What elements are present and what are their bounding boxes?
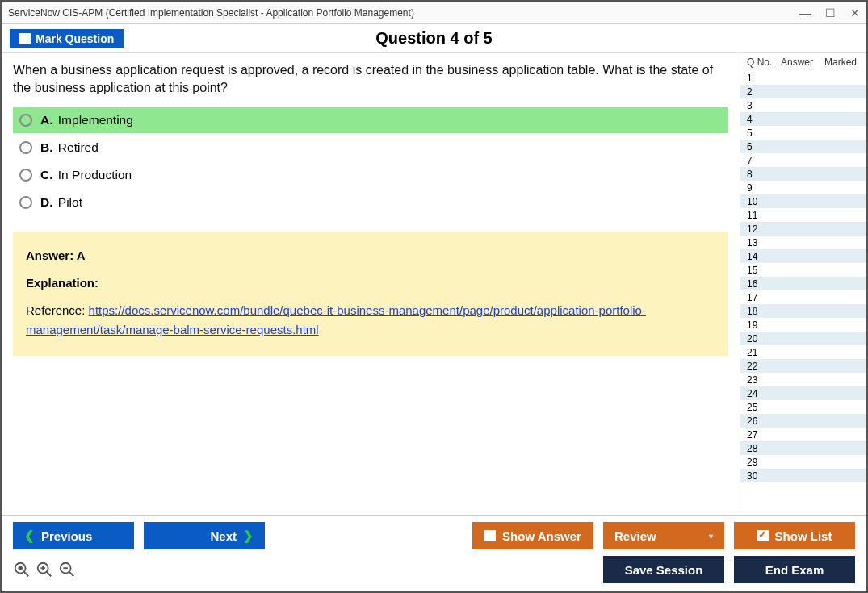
question-list-row[interactable]: 15: [740, 263, 866, 277]
qno-cell: 13: [747, 237, 781, 248]
question-list-panel: Q No. Answer Marked 12345678910111213141…: [740, 53, 866, 515]
question-list-row[interactable]: 21: [740, 345, 866, 359]
col-answer: Answer: [781, 56, 813, 68]
question-list-row[interactable]: 19: [740, 318, 866, 332]
question-list-row[interactable]: 2: [740, 85, 866, 98]
show-answer-button[interactable]: Show Answer: [472, 522, 593, 549]
previous-button[interactable]: ❮ Previous: [13, 522, 134, 549]
next-label: Next: [210, 529, 237, 543]
qno-cell: 9: [747, 182, 781, 194]
qno-cell: 30: [747, 470, 781, 482]
qno-cell: 2: [747, 86, 781, 98]
choice-row[interactable]: B. Retired: [13, 135, 728, 161]
zoom-reset-icon[interactable]: [13, 561, 31, 578]
question-list-row[interactable]: 17: [740, 290, 866, 304]
chevron-left-icon: ❮: [24, 528, 35, 543]
show-answer-checkbox-icon: [484, 530, 496, 541]
question-list-row[interactable]: 13: [740, 236, 866, 249]
question-list-row[interactable]: 27: [740, 428, 866, 441]
question-list-row[interactable]: 8: [740, 167, 866, 181]
save-session-button[interactable]: Save Session: [603, 556, 724, 583]
titlebar: ServiceNow CIS-APM (Certified Implementa…: [2, 2, 866, 24]
svg-point-2: [19, 566, 22, 570]
question-list-row[interactable]: 3: [740, 98, 866, 112]
qno-cell: 24: [747, 388, 781, 399]
zoom-in-icon[interactable]: [36, 561, 53, 578]
qno-cell: 8: [747, 169, 781, 180]
qno-cell: 11: [747, 210, 781, 221]
qno-cell: 26: [747, 416, 781, 427]
qno-cell: 4: [747, 114, 781, 125]
choice-text: In Production: [58, 168, 132, 182]
zoom-controls: [13, 561, 76, 578]
reference-link[interactable]: https://docs.servicenow.com/bundle/quebe…: [26, 303, 646, 336]
next-button[interactable]: Next ❯: [144, 522, 265, 549]
explanation-label: Explanation:: [26, 274, 715, 293]
reference-label: Reference:: [26, 303, 89, 317]
qno-cell: 22: [747, 361, 781, 372]
show-list-button[interactable]: Show List: [734, 522, 855, 549]
question-list-row[interactable]: 20: [740, 332, 866, 345]
end-exam-label: End Exam: [765, 563, 824, 577]
qno-cell: 18: [747, 306, 781, 317]
review-button[interactable]: Review ▾: [603, 522, 724, 549]
close-icon[interactable]: ✕: [850, 6, 860, 19]
question-list-row[interactable]: 23: [740, 373, 866, 386]
qno-cell: 19: [747, 319, 781, 331]
question-list-row[interactable]: 30: [740, 469, 866, 482]
question-list-row[interactable]: 28: [740, 441, 866, 455]
qno-cell: 29: [747, 457, 781, 468]
question-list-row[interactable]: 7: [740, 153, 866, 167]
qno-cell: 25: [747, 402, 781, 413]
choice-letter: D.: [40, 195, 53, 209]
question-list-row[interactable]: 9: [740, 181, 866, 194]
qno-cell: 16: [747, 278, 781, 290]
question-list-row[interactable]: 12: [740, 222, 866, 236]
question-list-row[interactable]: 6: [740, 140, 866, 153]
question-list-row[interactable]: 26: [740, 414, 866, 428]
question-list-row[interactable]: 22: [740, 359, 866, 373]
zoom-out-icon[interactable]: [58, 561, 76, 578]
question-indicator: Question 4 of 5: [375, 29, 492, 48]
svg-line-4: [47, 572, 52, 577]
svg-line-8: [69, 572, 74, 577]
question-list-scroll[interactable]: 1234567891011121314151617181920212223242…: [740, 71, 866, 515]
question-list-row[interactable]: 24: [740, 386, 866, 400]
qno-cell: 3: [747, 100, 781, 111]
app-window: ServiceNow CIS-APM (Certified Implementa…: [0, 0, 868, 593]
radio-icon: [19, 169, 32, 182]
minimize-icon[interactable]: —: [799, 6, 811, 19]
col-marked: Marked: [813, 56, 862, 68]
question-list-row[interactable]: 16: [740, 277, 866, 290]
question-list-row[interactable]: 25: [740, 400, 866, 414]
choice-row[interactable]: A. Implementing: [13, 107, 728, 133]
show-answer-label: Show Answer: [502, 529, 581, 543]
choice-row[interactable]: C. In Production: [13, 162, 728, 188]
previous-label: Previous: [41, 529, 92, 543]
caret-down-icon: ▾: [709, 532, 713, 541]
end-exam-button[interactable]: End Exam: [734, 556, 855, 583]
answer-label: Answer: A: [26, 246, 715, 265]
question-list-row[interactable]: 14: [740, 249, 866, 263]
question-list-row[interactable]: 11: [740, 208, 866, 222]
qno-cell: 1: [747, 73, 781, 84]
mark-question-checkbox-icon: [19, 33, 31, 44]
question-list-row[interactable]: 4: [740, 112, 866, 126]
qno-cell: 12: [747, 223, 781, 235]
show-list-label: Show List: [775, 529, 832, 543]
question-list-row[interactable]: 5: [740, 126, 866, 140]
qno-cell: 21: [747, 347, 781, 358]
choice-row[interactable]: D. Pilot: [13, 190, 728, 215]
question-list-row[interactable]: 18: [740, 304, 866, 318]
question-list-row[interactable]: 29: [740, 455, 866, 469]
question-text: When a business application request is a…: [13, 61, 728, 96]
choice-letter: B.: [40, 140, 53, 154]
qno-cell: 5: [747, 127, 781, 139]
question-list-row[interactable]: 10: [740, 194, 866, 208]
chevron-right-icon: ❯: [243, 528, 254, 543]
window-title: ServiceNow CIS-APM (Certified Implementa…: [8, 7, 414, 19]
maximize-icon[interactable]: ☐: [825, 6, 836, 19]
review-label: Review: [614, 529, 656, 543]
mark-question-button[interactable]: Mark Question: [10, 29, 124, 48]
question-list-row[interactable]: 1: [740, 71, 866, 85]
